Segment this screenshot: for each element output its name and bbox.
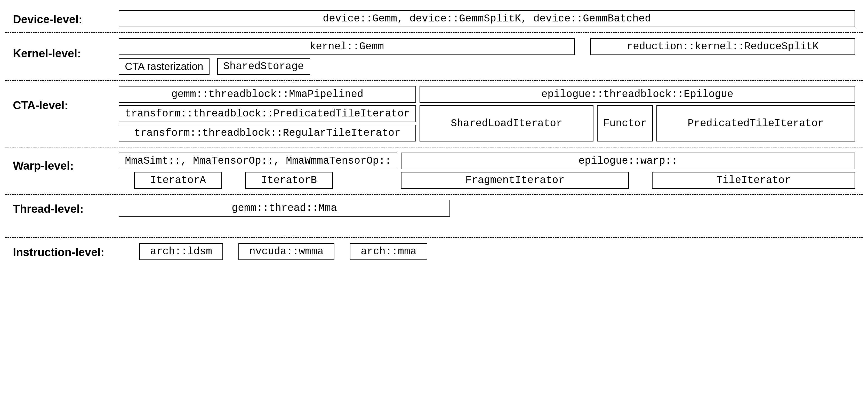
box-iterator-a: IteratorA (134, 172, 222, 189)
box-gemm-thread-mma: gemm::thread::Mma (119, 200, 450, 216)
box-functor: Functor (597, 105, 653, 142)
kernel-level-section: Kernel-level: kernel::Gemm reduction::ke… (5, 33, 863, 81)
box-epilogue-warp: epilogue::warp:: (401, 153, 855, 169)
box-iterator-b: IteratorB (245, 172, 333, 189)
box-shared-load-iterator: SharedLoadIterator (420, 105, 593, 142)
box-arch-mma: arch::mma (350, 243, 427, 260)
box-mma-pipelined: gemm::threadblock::MmaPipelined (119, 86, 416, 103)
device-level-label: Device-level: (5, 10, 119, 26)
box-kernel-gemm: kernel::Gemm (119, 38, 575, 55)
box-fragment-iterator: FragmentIterator (401, 172, 629, 189)
box-regular-tile-iterator: transform::threadblock::RegularTileItera… (119, 125, 416, 142)
box-reduce-splitk: reduction::kernel::ReduceSplitK (590, 38, 855, 55)
box-nvcuda-wmma: nvcuda::wmma (239, 243, 334, 260)
instruction-level-section: Instruction-level: arch::ldsm nvcuda::wm… (5, 238, 863, 265)
thread-level-label: Thread-level: (5, 200, 119, 215)
box-predicated-tile-iterator-right: PredicatedTileIterator (656, 105, 855, 142)
box-epilogue-threadblock: epilogue::threadblock::Epilogue (420, 86, 855, 103)
box-cta-rasterization: CTA rasterization (119, 58, 210, 75)
box-tile-iterator: TileIterator (652, 172, 855, 189)
kernel-level-label: Kernel-level: (5, 38, 119, 60)
thread-level-section: Thread-level: gemm::thread::Mma (5, 195, 863, 238)
device-level-section: Device-level: device::Gemm, device::Gemm… (5, 5, 863, 33)
warp-level-label: Warp-level: (5, 153, 119, 172)
box-mma-simt-tensorop: MmaSimt::, MmaTensorOp::, MmaWmmaTensorO… (119, 153, 397, 169)
box-predicated-tile-iterator-left: transform::threadblock::PredicatedTileIt… (119, 105, 416, 122)
instruction-level-label: Instruction-level: (5, 243, 140, 259)
warp-level-section: Warp-level: MmaSimt::, MmaTensorOp::, Mm… (5, 147, 863, 195)
cta-level-section: CTA-level: gemm::threadblock::MmaPipelin… (5, 81, 863, 147)
box-device-gemm: device::Gemm, device::GemmSplitK, device… (119, 10, 855, 27)
box-arch-ldsm: arch::ldsm (140, 243, 223, 260)
cta-level-label: CTA-level: (5, 86, 119, 112)
box-shared-storage: SharedStorage (217, 58, 310, 75)
